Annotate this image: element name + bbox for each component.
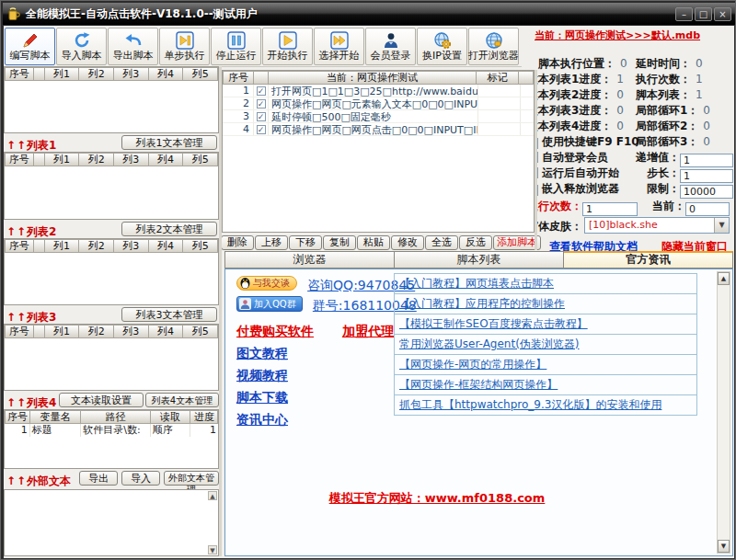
- column-header[interactable]: 列1: [45, 325, 80, 338]
- article-item[interactable]: 抓包工具【httpwatchpro_9.3汉化版】的安装和使用: [394, 394, 697, 416]
- row-checkbox[interactable]: ✓: [257, 86, 266, 96]
- select-all-button[interactable]: 全选: [425, 235, 458, 250]
- column-header[interactable]: [254, 71, 269, 85]
- column-header[interactable]: 列2: [79, 153, 114, 166]
- stop-run-button[interactable]: 停止运行: [211, 28, 261, 65]
- minimize-button[interactable]: –: [675, 7, 693, 21]
- article-item[interactable]: 【入门教程】网页填表点击脚本: [394, 273, 697, 294]
- column-header[interactable]: 列5: [183, 239, 218, 253]
- tab-browser[interactable]: 浏览器: [224, 251, 395, 269]
- column-header[interactable]: [34, 325, 45, 338]
- column-header[interactable]: 列4: [149, 153, 184, 166]
- article-item[interactable]: 【网页操作-网页的常用操作】: [394, 354, 697, 375]
- open-browser-button[interactable]: 打开浏览器: [468, 28, 519, 65]
- column-header[interactable]: 序号: [223, 71, 254, 85]
- column-header[interactable]: 列3: [114, 325, 149, 338]
- table-row[interactable]: 1 标题 软件目录\数: 顺序 1: [5, 424, 218, 437]
- buy-software-link[interactable]: 付费购买软件: [236, 324, 314, 338]
- column-header[interactable]: 列1: [45, 239, 80, 253]
- column-header[interactable]: 序号: [5, 153, 34, 166]
- select-start-button[interactable]: 选择开始: [314, 28, 364, 65]
- scroll-down-icon[interactable]: ▼: [718, 540, 730, 553]
- column-header[interactable]: 列2: [79, 325, 114, 338]
- nav-link-downloads[interactable]: 脚本下载: [236, 390, 288, 406]
- nav-link-tutorials[interactable]: 图文教程: [236, 346, 288, 362]
- script-row[interactable]: 2 ✓ 网页操作□网页□元素输入文本□0□0□INPUT: [223, 97, 534, 110]
- close-button[interactable]: ×: [714, 7, 731, 21]
- column-header[interactable]: [34, 67, 45, 81]
- scroll-up-icon[interactable]: ▲: [718, 272, 730, 285]
- copy-button[interactable]: 复制: [323, 235, 356, 250]
- start-run-button[interactable]: 开始执行: [262, 28, 313, 65]
- column-header[interactable]: [519, 71, 534, 85]
- column-header[interactable]: [34, 239, 45, 253]
- current-file-link[interactable]: 当前：网页操作测试>>>默认.mdb: [535, 29, 700, 42]
- write-script-button[interactable]: 编写脚本: [5, 28, 55, 65]
- delete-button[interactable]: 删除: [221, 235, 254, 250]
- script-row[interactable]: 1 ✓ 打开网页□1□1□3□25□http://www.baidu.c: [223, 85, 534, 97]
- column-header[interactable]: 进度: [190, 410, 218, 424]
- row-checkbox[interactable]: ✓: [257, 125, 266, 134]
- export-script-button[interactable]: 导出脚本: [108, 28, 158, 65]
- list1-manage-button[interactable]: 列表1文本管理: [121, 135, 217, 150]
- column-header[interactable]: 序号: [5, 325, 34, 338]
- column-header[interactable]: 序号: [5, 67, 34, 81]
- article-item[interactable]: 【网页操作-框架结构网页操作】: [394, 374, 697, 395]
- column-header[interactable]: 列4: [149, 67, 184, 81]
- column-header[interactable]: 列5: [183, 153, 218, 166]
- content-scrollbar[interactable]: ▲ ▼: [717, 271, 730, 554]
- official-site-link[interactable]: 模拟王官方网站：www.mf0188.com: [281, 490, 593, 507]
- column-header[interactable]: 列5: [183, 325, 218, 338]
- column-header[interactable]: [34, 153, 45, 166]
- article-item[interactable]: 【入门教程】应用程序的控制操作: [394, 293, 697, 314]
- change-ip-button[interactable]: 换IP设置: [417, 28, 467, 65]
- member-login-button[interactable]: 会员登录: [365, 28, 416, 65]
- list4-manage-button[interactable]: 列表4文本管理: [145, 393, 219, 407]
- nav-link-videos[interactable]: 视频教程: [236, 368, 288, 384]
- qq-talk-badge[interactable]: 与我交谈: [236, 276, 297, 291]
- move-up-button[interactable]: 上移: [255, 235, 288, 250]
- column-header[interactable]: 变量名: [30, 410, 82, 424]
- column-header[interactable]: 当前：网页操作测试: [269, 71, 477, 85]
- column-header[interactable]: 列4: [149, 239, 184, 253]
- external-text-manage-button[interactable]: 外部文本管理: [164, 471, 219, 486]
- import-button[interactable]: 导入: [121, 471, 160, 486]
- list3-manage-button[interactable]: 列表3文本管理: [121, 307, 217, 322]
- skin-select[interactable]: [10]black.she▼: [584, 217, 730, 234]
- column-header[interactable]: 列1: [45, 67, 80, 81]
- script-row[interactable]: 4 ✓ 网页操作□网页□网页点击□0□0□INPUT□ID: [223, 123, 534, 136]
- column-header[interactable]: 序号: [5, 239, 34, 253]
- row-checkbox[interactable]: ✓: [257, 112, 266, 121]
- export-button[interactable]: 导出: [79, 471, 118, 486]
- exec-count-input[interactable]: 1: [582, 202, 638, 216]
- scroll-up-icon[interactable]: ▲: [208, 491, 217, 500]
- column-header[interactable]: 列4: [149, 325, 184, 338]
- scroll-down-icon[interactable]: ▼: [208, 545, 217, 554]
- import-script-button[interactable]: 导入脚本: [56, 28, 107, 65]
- column-header[interactable]: 列3: [114, 153, 149, 166]
- current-count-input[interactable]: 0: [685, 202, 730, 216]
- nav-link-news[interactable]: 资讯中心: [236, 412, 288, 429]
- agent-link[interactable]: 加盟代理: [342, 324, 394, 338]
- list2-manage-button[interactable]: 列表2文本管理: [121, 222, 217, 236]
- column-header[interactable]: 列5: [183, 67, 218, 81]
- article-item[interactable]: 常用浏览器User-Agent(伪装浏览器): [394, 334, 697, 355]
- text-read-settings-button[interactable]: 文本读取设置: [59, 393, 144, 407]
- invert-select-button[interactable]: 反选: [459, 235, 492, 250]
- column-header[interactable]: 序号: [5, 410, 30, 424]
- move-down-button[interactable]: 下移: [289, 235, 322, 250]
- step-run-button[interactable]: 单步执行: [159, 28, 210, 65]
- paste-button[interactable]: 粘贴: [357, 235, 390, 250]
- limit-input[interactable]: 10000: [680, 185, 733, 199]
- column-header[interactable]: 列2: [79, 239, 114, 253]
- maximize-button[interactable]: □: [695, 7, 712, 21]
- column-header[interactable]: 列2: [79, 67, 114, 81]
- qq-group-badge[interactable]: 加入QQ群: [236, 296, 303, 312]
- column-header[interactable]: 列1: [45, 153, 80, 166]
- tab-official-news[interactable]: 官方资讯: [564, 251, 733, 269]
- external-text-area[interactable]: ▲ ▼: [4, 489, 219, 556]
- script-row[interactable]: 3 ✓ 延时停顿□500□固定毫秒: [223, 110, 534, 123]
- article-item[interactable]: 【模拟王制作SEO百度搜索点击教程】: [394, 314, 697, 335]
- column-header[interactable]: 标记: [477, 71, 519, 85]
- column-header[interactable]: 读取: [151, 410, 191, 424]
